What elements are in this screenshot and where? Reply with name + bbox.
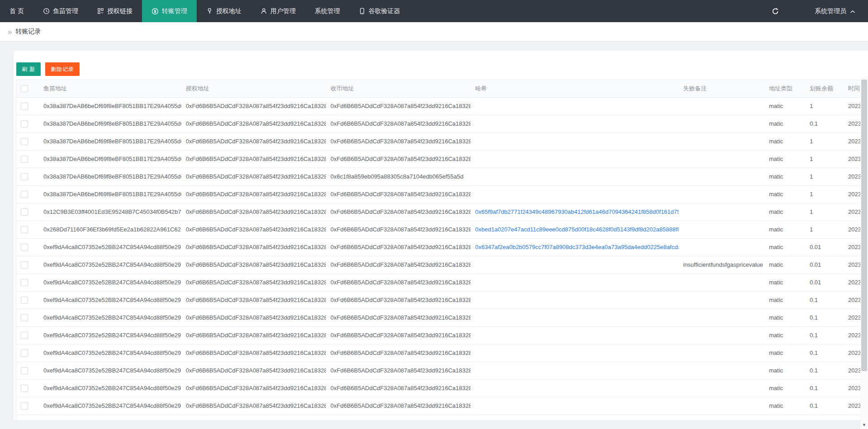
row-checkbox[interactable] (21, 314, 28, 321)
fish-address-cell: 0x38a387DeAB6beDf69f8eBF8051BB17E29A4055… (39, 185, 181, 203)
row-checkbox[interactable] (21, 120, 28, 127)
scrollbar-down-arrow[interactable]: ▼ (860, 421, 868, 429)
fish-address-cell: 0x38a387DeAB6beDf69f8eBF8051BB17E29A4055… (39, 168, 181, 185)
fail-note-cell (679, 221, 764, 238)
row-checkbox[interactable] (21, 420, 28, 420)
row-checkbox[interactable] (21, 261, 28, 269)
amount-cell: 0.1 (805, 326, 844, 344)
col-header-receive-address: 收币地址 (326, 80, 471, 97)
address-type-cell: matic (764, 185, 805, 203)
nav-item-auth-address[interactable]: 授权地址 (197, 0, 251, 22)
address-type-cell: matic (764, 97, 805, 115)
row-checkbox[interactable] (21, 332, 28, 339)
nav-item-transfer-manage[interactable]: 转账管理 (142, 0, 197, 22)
nav-item-user-manage[interactable]: 用户管理 (251, 0, 305, 22)
table-row: 0xef9dA4ca8C07352e52BB247C854A94cd88f50e… (16, 273, 868, 291)
nav-item-auth-link[interactable]: 授权链接 (88, 0, 142, 22)
address-type-cell: matic (764, 379, 805, 397)
row-checkbox[interactable] (21, 279, 28, 286)
receive-address-cell: 0xFd6B6B5ADdCdF328A087a854f23dd9216Ca183… (326, 97, 471, 115)
receive-address-cell: 0xFd6B6B5ADdCdF328A087a854f23dd9216Ca183… (326, 309, 471, 326)
vertical-scrollbar[interactable]: ▼ (860, 77, 868, 429)
receive-address-cell: 0xFd6B6B5ADdCdF328A087a854f23dd9216Ca183… (326, 238, 471, 256)
nav-item-label: 首 页 (9, 7, 24, 15)
receive-address-cell: 0xFd6B6B5ADdCdF328A087a854f23dd9216Ca183… (326, 291, 471, 309)
nav-item-fish-manage[interactable]: 鱼苗管理 (33, 0, 88, 22)
address-type-cell: matic (764, 115, 805, 132)
receive-address-cell: 0xFd6B6B5ADdCdF328A087a854f23dd9216Ca183… (326, 379, 471, 397)
row-checkbox[interactable] (21, 244, 28, 251)
table-row: 0x38a387DeAB6beDf69f8eBF8051BB17E29A4055… (16, 132, 868, 150)
auth-address-cell: 0xFd6B6B5ADdCdF328A087a854f23dd9216Ca183… (181, 273, 326, 291)
table-row: 0x12C9B3E03ff4001Ed3E95248B7C45034f0B542… (16, 203, 868, 221)
receive-address-cell: 0xFd6B6B5ADdCdF328A087a854f23dd9216Ca183… (326, 326, 471, 344)
address-type-cell: matic (764, 415, 805, 420)
col-header-address-type: 地址类型 (764, 80, 805, 97)
auth-address-cell: 0xFd6B6B5ADdCdF328A087a854f23dd9216Ca183… (181, 362, 326, 379)
fail-note-cell (679, 362, 764, 379)
row-checkbox[interactable] (21, 208, 28, 216)
receive-address-cell: 0xFd6B6B5ADdCdF328A087a854f23dd9216Ca183… (326, 362, 471, 379)
fail-note-cell (679, 168, 764, 185)
fail-note-cell (679, 132, 764, 150)
table-row: 0x38a387DeAB6beDf69f8eBF8051BB17E29A4055… (16, 97, 868, 115)
nav-item-home[interactable]: 首 页 (0, 0, 33, 22)
hash-cell[interactable]: 0x6347af2ea0b2b0579cc7f07a8908dc373d3e4e… (471, 238, 679, 256)
row-checkbox[interactable] (21, 103, 28, 110)
auth-address-cell: 0xFd6B6B5ADdCdF328A087a854f23dd9216Ca183… (181, 115, 326, 132)
table-row: 0x268Dd71160F36Ef3b69fd5Ee2a1b62822A961C… (16, 221, 868, 238)
amount-cell: 0.01 (805, 238, 844, 256)
nav-item-label: 转账管理 (162, 7, 187, 15)
fish-address-cell: 0xef9dA4ca8C07352e52BB247C854A94cd88f50e… (39, 379, 181, 397)
fish-address-cell: 0x38a387DeAB6beDf69f8eBF8051BB17E29A4055… (39, 97, 181, 115)
fail-note-cell: insufficientfundsfgaspricevalue (679, 256, 764, 273)
row-checkbox[interactable] (21, 156, 28, 163)
hash-cell[interactable]: 0xbed1a0207e47acd11c89eee0cd875d00f18c46… (471, 221, 679, 238)
fish-address-cell: 0xef9dA4ca8C07352e52BB247C854A94cd88f50e… (39, 273, 181, 291)
row-checkbox[interactable] (21, 349, 28, 357)
fail-note-cell (679, 238, 764, 256)
hash-cell[interactable]: 0x65f9af7db2771f24349c48967930ab412fd61a… (471, 203, 679, 221)
hash-cell (471, 344, 679, 362)
row-checkbox[interactable] (21, 173, 28, 180)
fish-address-cell: 0xef9dA4ca8C07352e52BB247C854A94cd88f50e… (39, 256, 181, 273)
scrollbar-thumb[interactable] (861, 80, 867, 371)
row-checkbox[interactable] (21, 385, 28, 392)
content-panel: 刷 新 删除记录 鱼苗地址 授权地址 收币地址 哈希 失败备注 地址类型 划账余… (14, 51, 868, 420)
grid-icon (97, 8, 104, 14)
row-checkbox[interactable] (21, 402, 28, 410)
amount-cell: 1 (805, 185, 844, 203)
table-row: 0xef9dA4ca8C07352e52BB247C854A94cd88f50e… (16, 326, 868, 344)
row-checkbox[interactable] (21, 297, 28, 304)
auth-address-cell: 0xFd6B6B5ADdCdF328A087a854f23dd9216Ca183… (181, 309, 326, 326)
nav-item-label: 谷歌验证器 (368, 7, 400, 15)
chevron-up-icon (850, 8, 855, 15)
hash-cell (471, 309, 679, 326)
address-type-cell: matic (764, 238, 805, 256)
hash-cell (471, 185, 679, 203)
refresh-icon[interactable] (763, 0, 788, 22)
nav-item-system-manage[interactable]: 系统管理 (305, 0, 349, 22)
hash-cell (471, 168, 679, 185)
col-header-amount: 划账余额 (805, 80, 844, 97)
amount-cell: 0.01 (805, 256, 844, 273)
row-checkbox[interactable] (21, 367, 28, 374)
refresh-button[interactable]: 刷 新 (16, 62, 41, 76)
table-row: 0x38a387DeAB6beDf69f8eBF8051BB17E29A4055… (16, 150, 868, 168)
user-menu[interactable]: 系统管理员 (788, 0, 868, 22)
fish-address-cell: 0x268Dd71160F36Ef3b69fd5Ee2a1b62822A961C… (39, 221, 181, 238)
row-checkbox[interactable] (21, 191, 28, 198)
auth-address-cell: 0xFd6B6B5ADdCdF328A087a854f23dd9216Ca183… (181, 397, 326, 415)
auth-address-cell: 0xFd6B6B5ADdCdF328A087a854f23dd9216Ca183… (181, 97, 326, 115)
nav-item-google-authenticator[interactable]: 谷歌验证器 (349, 0, 410, 22)
select-all-checkbox[interactable] (21, 85, 28, 92)
row-checkbox[interactable] (21, 138, 28, 145)
receive-address-cell: 0xFd6B6B5ADdCdF328A087a854f23dd9216Ca183… (326, 397, 471, 415)
user-name: 系统管理员 (815, 7, 846, 15)
row-checkbox[interactable] (21, 226, 28, 233)
auth-address-cell: 0xFd6B6B5ADdCdF328A087a854f23dd9216Ca183… (181, 132, 326, 150)
address-type-cell: matic (764, 291, 805, 309)
amount-cell: 0.1 (805, 115, 844, 132)
fail-note-cell (679, 291, 764, 309)
delete-records-button[interactable]: 删除记录 (45, 62, 80, 76)
